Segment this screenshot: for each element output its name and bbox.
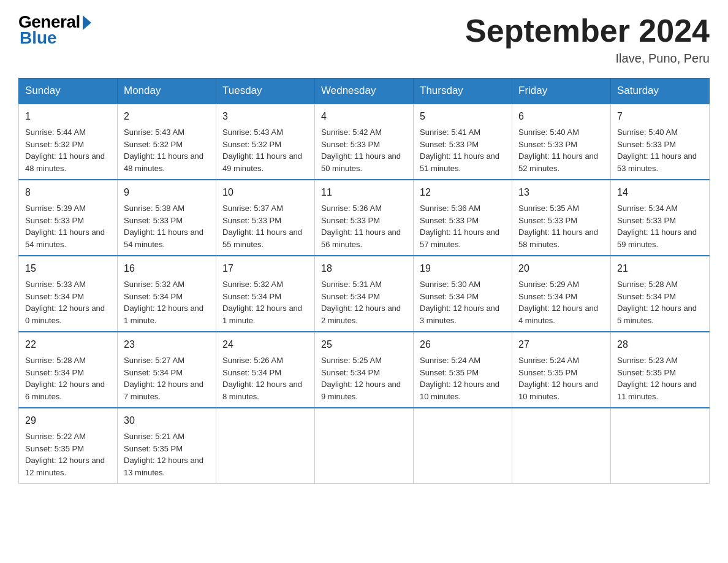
calendar-cell: 1 Sunrise: 5:44 AMSunset: 5:32 PMDayligh… [19, 104, 118, 180]
day-info: Sunrise: 5:36 AMSunset: 5:33 PMDaylight:… [321, 204, 401, 249]
day-number: 12 [420, 185, 506, 200]
logo-arrow-icon [83, 15, 91, 30]
day-number: 27 [518, 337, 604, 352]
day-info: Sunrise: 5:43 AMSunset: 5:32 PMDaylight:… [222, 128, 302, 173]
day-info: Sunrise: 5:44 AMSunset: 5:32 PMDaylight:… [25, 128, 105, 173]
calendar-cell [611, 408, 710, 484]
day-number: 21 [617, 261, 703, 276]
calendar-cell: 9 Sunrise: 5:38 AMSunset: 5:33 PMDayligh… [118, 180, 216, 256]
day-number: 28 [617, 337, 703, 352]
day-number: 25 [321, 337, 407, 352]
day-info: Sunrise: 5:30 AMSunset: 5:34 PMDaylight:… [420, 280, 499, 325]
calendar-header-friday: Friday [512, 79, 611, 104]
calendar-header-saturday: Saturday [611, 79, 710, 104]
day-number: 1 [25, 109, 111, 124]
day-number: 24 [222, 337, 308, 352]
calendar-cell [216, 408, 315, 484]
day-number: 18 [321, 261, 407, 276]
day-number: 20 [518, 261, 604, 276]
day-info: Sunrise: 5:29 AMSunset: 5:34 PMDaylight:… [518, 280, 598, 325]
calendar-cell [414, 408, 512, 484]
day-info: Sunrise: 5:26 AMSunset: 5:34 PMDaylight:… [222, 356, 302, 401]
page-header: General Blue September 2024 Ilave, Puno,… [18, 12, 710, 66]
day-number: 11 [321, 185, 407, 200]
calendar-cell: 23 Sunrise: 5:27 AMSunset: 5:34 PMDaylig… [118, 332, 216, 408]
calendar-week-row: 15 Sunrise: 5:33 AMSunset: 5:34 PMDaylig… [19, 256, 710, 332]
day-number: 14 [617, 185, 703, 200]
calendar-cell: 8 Sunrise: 5:39 AMSunset: 5:33 PMDayligh… [19, 180, 118, 256]
day-info: Sunrise: 5:23 AMSunset: 5:35 PMDaylight:… [617, 356, 697, 401]
day-info: Sunrise: 5:36 AMSunset: 5:33 PMDaylight:… [420, 204, 499, 249]
calendar-cell: 20 Sunrise: 5:29 AMSunset: 5:34 PMDaylig… [512, 256, 611, 332]
calendar-cell: 5 Sunrise: 5:41 AMSunset: 5:33 PMDayligh… [414, 104, 512, 180]
calendar-cell: 6 Sunrise: 5:40 AMSunset: 5:33 PMDayligh… [512, 104, 611, 180]
calendar-cell: 4 Sunrise: 5:42 AMSunset: 5:33 PMDayligh… [315, 104, 414, 180]
calendar-header-row: SundayMondayTuesdayWednesdayThursdayFrid… [19, 79, 710, 104]
day-number: 23 [124, 337, 210, 352]
calendar-cell: 15 Sunrise: 5:33 AMSunset: 5:34 PMDaylig… [19, 256, 118, 332]
day-number: 13 [518, 185, 604, 200]
calendar-cell: 30 Sunrise: 5:21 AMSunset: 5:35 PMDaylig… [118, 408, 216, 484]
calendar-cell: 27 Sunrise: 5:24 AMSunset: 5:35 PMDaylig… [512, 332, 611, 408]
calendar-cell: 19 Sunrise: 5:30 AMSunset: 5:34 PMDaylig… [414, 256, 512, 332]
location: Ilave, Puno, Peru [465, 52, 710, 66]
day-number: 30 [124, 413, 210, 428]
calendar-cell: 12 Sunrise: 5:36 AMSunset: 5:33 PMDaylig… [414, 180, 512, 256]
day-number: 3 [222, 109, 308, 124]
day-info: Sunrise: 5:28 AMSunset: 5:34 PMDaylight:… [25, 356, 105, 401]
day-number: 7 [617, 109, 703, 124]
day-info: Sunrise: 5:38 AMSunset: 5:33 PMDaylight:… [124, 204, 203, 249]
calendar-cell: 28 Sunrise: 5:23 AMSunset: 5:35 PMDaylig… [611, 332, 710, 408]
calendar-cell: 11 Sunrise: 5:36 AMSunset: 5:33 PMDaylig… [315, 180, 414, 256]
day-info: Sunrise: 5:35 AMSunset: 5:33 PMDaylight:… [518, 204, 598, 249]
day-number: 22 [25, 337, 111, 352]
day-info: Sunrise: 5:43 AMSunset: 5:32 PMDaylight:… [124, 128, 203, 173]
calendar-header-sunday: Sunday [19, 79, 118, 104]
calendar-cell: 7 Sunrise: 5:40 AMSunset: 5:33 PMDayligh… [611, 104, 710, 180]
calendar-cell [512, 408, 611, 484]
logo: General Blue [18, 12, 91, 48]
day-number: 26 [420, 337, 506, 352]
title-block: September 2024 Ilave, Puno, Peru [465, 12, 710, 66]
day-info: Sunrise: 5:24 AMSunset: 5:35 PMDaylight:… [420, 356, 499, 401]
day-info: Sunrise: 5:25 AMSunset: 5:34 PMDaylight:… [321, 356, 401, 401]
calendar-header-wednesday: Wednesday [315, 79, 414, 104]
calendar-cell: 26 Sunrise: 5:24 AMSunset: 5:35 PMDaylig… [414, 332, 512, 408]
calendar-cell: 13 Sunrise: 5:35 AMSunset: 5:33 PMDaylig… [512, 180, 611, 256]
calendar-cell: 24 Sunrise: 5:26 AMSunset: 5:34 PMDaylig… [216, 332, 315, 408]
day-info: Sunrise: 5:37 AMSunset: 5:33 PMDaylight:… [222, 204, 302, 249]
day-number: 8 [25, 185, 111, 200]
day-number: 6 [518, 109, 604, 124]
day-info: Sunrise: 5:40 AMSunset: 5:33 PMDaylight:… [617, 128, 697, 173]
calendar-week-row: 22 Sunrise: 5:28 AMSunset: 5:34 PMDaylig… [19, 332, 710, 408]
day-info: Sunrise: 5:28 AMSunset: 5:34 PMDaylight:… [617, 280, 697, 325]
day-info: Sunrise: 5:22 AMSunset: 5:35 PMDaylight:… [25, 432, 105, 477]
day-number: 9 [124, 185, 210, 200]
calendar-week-row: 8 Sunrise: 5:39 AMSunset: 5:33 PMDayligh… [19, 180, 710, 256]
calendar-cell: 21 Sunrise: 5:28 AMSunset: 5:34 PMDaylig… [611, 256, 710, 332]
day-info: Sunrise: 5:21 AMSunset: 5:35 PMDaylight:… [124, 432, 203, 477]
calendar-cell: 22 Sunrise: 5:28 AMSunset: 5:34 PMDaylig… [19, 332, 118, 408]
day-info: Sunrise: 5:33 AMSunset: 5:34 PMDaylight:… [25, 280, 105, 325]
calendar-cell: 3 Sunrise: 5:43 AMSunset: 5:32 PMDayligh… [216, 104, 315, 180]
calendar-cell: 18 Sunrise: 5:31 AMSunset: 5:34 PMDaylig… [315, 256, 414, 332]
calendar-header-thursday: Thursday [414, 79, 512, 104]
day-info: Sunrise: 5:31 AMSunset: 5:34 PMDaylight:… [321, 280, 401, 325]
calendar-header-tuesday: Tuesday [216, 79, 315, 104]
day-info: Sunrise: 5:24 AMSunset: 5:35 PMDaylight:… [518, 356, 598, 401]
day-info: Sunrise: 5:41 AMSunset: 5:33 PMDaylight:… [420, 128, 499, 173]
calendar-cell: 29 Sunrise: 5:22 AMSunset: 5:35 PMDaylig… [19, 408, 118, 484]
day-number: 2 [124, 109, 210, 124]
day-info: Sunrise: 5:42 AMSunset: 5:33 PMDaylight:… [321, 128, 401, 173]
day-number: 4 [321, 109, 407, 124]
calendar-cell: 14 Sunrise: 5:34 AMSunset: 5:33 PMDaylig… [611, 180, 710, 256]
calendar-cell [315, 408, 414, 484]
calendar-week-row: 1 Sunrise: 5:44 AMSunset: 5:32 PMDayligh… [19, 104, 710, 180]
logo-blue-text: Blue [20, 28, 57, 48]
calendar-table: SundayMondayTuesdayWednesdayThursdayFrid… [18, 78, 710, 484]
calendar-cell: 17 Sunrise: 5:32 AMSunset: 5:34 PMDaylig… [216, 256, 315, 332]
day-info: Sunrise: 5:39 AMSunset: 5:33 PMDaylight:… [25, 204, 105, 249]
day-number: 5 [420, 109, 506, 124]
day-info: Sunrise: 5:27 AMSunset: 5:34 PMDaylight:… [124, 356, 203, 401]
calendar-header-monday: Monday [118, 79, 216, 104]
